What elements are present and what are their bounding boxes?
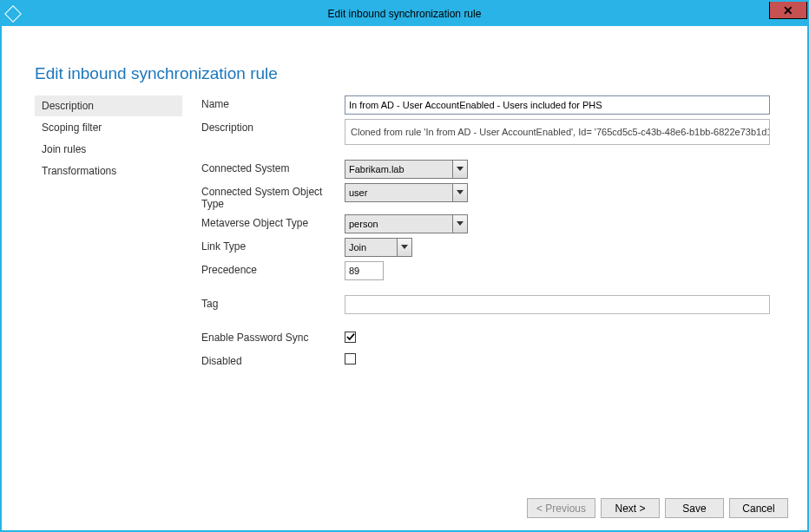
connected-system-object-type-value[interactable] bbox=[345, 183, 452, 202]
page-title: Edit inbound synchronization rule bbox=[35, 64, 783, 83]
sidebar-item-transformations[interactable]: Transformations bbox=[35, 161, 182, 181]
link-type-value[interactable] bbox=[345, 238, 397, 257]
next-button[interactable]: Next > bbox=[601, 498, 660, 518]
label-metaverse-object-type: Metaverse Object Type bbox=[201, 214, 345, 229]
connected-system-value[interactable] bbox=[345, 160, 452, 179]
wizard-sidebar: Description Scoping filter Join rules Tr… bbox=[35, 95, 182, 376]
connected-system-combo[interactable] bbox=[345, 160, 468, 179]
label-name: Name bbox=[201, 95, 345, 110]
label-disabled: Disabled bbox=[201, 352, 345, 367]
form-panel: Name Description Cloned from rule 'In fr… bbox=[201, 95, 783, 376]
name-input[interactable] bbox=[345, 95, 770, 115]
sidebar-item-scoping-filter[interactable]: Scoping filter bbox=[35, 117, 182, 138]
label-connected-system-object-type: Connected System Object Type bbox=[201, 183, 345, 210]
enable-password-sync-checkbox[interactable] bbox=[345, 332, 356, 343]
check-icon bbox=[346, 332, 355, 341]
label-connected-system: Connected System bbox=[201, 160, 345, 174]
sidebar-item-join-rules[interactable]: Join rules bbox=[35, 139, 182, 160]
window-title: Edit inbound synchronization rule bbox=[2, 8, 807, 20]
precedence-input[interactable] bbox=[345, 261, 384, 280]
close-button[interactable]: ✕ bbox=[769, 2, 807, 19]
disabled-checkbox[interactable] bbox=[345, 353, 356, 365]
sidebar-item-description[interactable]: Description bbox=[35, 95, 182, 116]
label-link-type: Link Type bbox=[201, 238, 345, 253]
chevron-down-icon[interactable] bbox=[452, 160, 468, 179]
chevron-down-icon[interactable] bbox=[452, 214, 468, 233]
tag-input[interactable] bbox=[345, 295, 770, 314]
save-button[interactable]: Save bbox=[665, 498, 724, 518]
cancel-button[interactable]: Cancel bbox=[729, 498, 788, 518]
link-type-combo[interactable] bbox=[345, 238, 412, 257]
previous-button[interactable]: < Previous bbox=[527, 498, 595, 518]
wizard-button-bar: < Previous Next > Save Cancel bbox=[527, 498, 788, 518]
metaverse-object-type-combo[interactable] bbox=[345, 214, 468, 233]
label-description: Description bbox=[201, 119, 345, 134]
chevron-down-icon[interactable] bbox=[397, 238, 412, 257]
close-icon: ✕ bbox=[783, 3, 793, 17]
label-precedence: Precedence bbox=[201, 261, 345, 276]
label-enable-password-sync: Enable Password Sync bbox=[201, 329, 345, 344]
metaverse-object-type-value[interactable] bbox=[345, 214, 452, 233]
chevron-down-icon[interactable] bbox=[452, 183, 468, 202]
app-icon bbox=[4, 5, 22, 23]
connected-system-object-type-combo[interactable] bbox=[345, 183, 468, 202]
content-area: Edit inbound synchronization rule Descri… bbox=[2, 26, 807, 530]
description-input[interactable]: Cloned from rule 'In from AD - User Acco… bbox=[345, 119, 770, 145]
label-tag: Tag bbox=[201, 295, 345, 310]
titlebar: Edit inbound synchronization rule ✕ bbox=[2, 2, 807, 26]
window-frame: Edit inbound synchronization rule ✕ Edit… bbox=[0, 0, 809, 532]
